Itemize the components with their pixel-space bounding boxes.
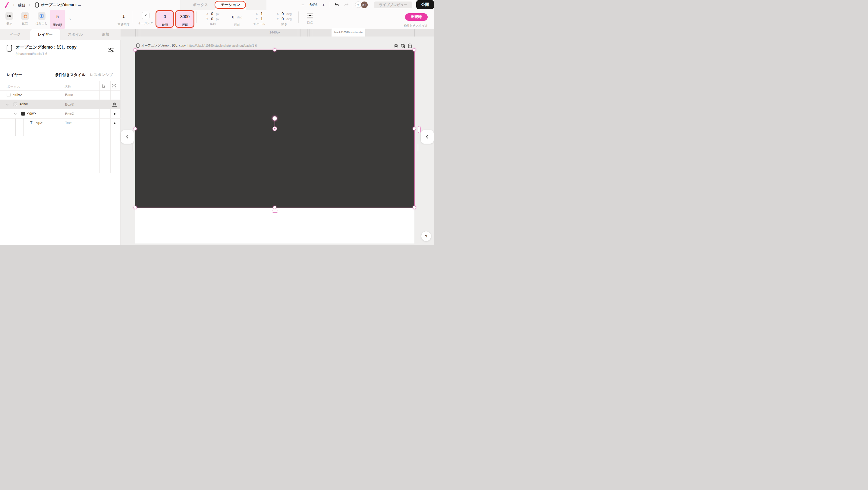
section-responsive[interactable]: レスポンシブ — [90, 73, 113, 78]
resize-handle-top-center[interactable] — [273, 48, 276, 52]
list-bottom-border — [0, 173, 121, 173]
move-y-value[interactable]: 0 — [211, 17, 213, 21]
layer-name[interactable]: Box① — [65, 102, 74, 107]
tab-box-mode[interactable]: ボックス — [186, 0, 215, 10]
applied-style-dot — [114, 122, 116, 124]
resize-handle-top-right[interactable] — [412, 48, 416, 52]
skew-x-value[interactable]: 0 — [281, 11, 284, 16]
appear-motion-icon[interactable] — [112, 103, 117, 107]
z-order-cell[interactable]: 5 重ね順 — [50, 10, 65, 29]
on-appear-button[interactable]: 出現時 — [405, 13, 428, 21]
layer-row-box2[interactable]: <div> Box② — [0, 109, 121, 119]
easing-curve-icon[interactable] — [142, 12, 150, 19]
artboard-page-label[interactable]: オープニングdemo：試し copy https://black410590.s… — [136, 43, 257, 48]
origin-grid-icon[interactable] — [307, 13, 313, 19]
opacity-group[interactable]: 1 不透明度 — [116, 10, 131, 29]
expand-right-panel-button[interactable] — [421, 130, 434, 144]
canvas-area[interactable]: 1440px black410590.studio.site オープニングdem… — [121, 29, 434, 245]
delay-cell[interactable]: 3000 遅延 — [176, 10, 193, 29]
layer-name[interactable]: Base — [65, 93, 73, 96]
layer-row-text[interactable]: T <p> Text — [0, 119, 121, 128]
tree-indent-line — [16, 119, 16, 136]
move-group[interactable]: X 0 px Y 0 px 移動 — [199, 10, 226, 29]
scale-x-value[interactable]: 1 — [260, 11, 262, 16]
layout-group[interactable]: 配置 — [19, 10, 31, 29]
resize-handle-mid-left[interactable] — [133, 127, 137, 131]
layer-row-box1[interactable]: <div> Box① — [0, 100, 121, 109]
chevron-down-icon[interactable] — [13, 112, 17, 116]
breadcrumb-doc-title[interactable]: オープニングdemo：... — [41, 2, 81, 7]
help-button[interactable]: ? — [421, 231, 431, 241]
layout-icon[interactable] — [21, 12, 29, 20]
zoom-out-button[interactable]: − — [301, 2, 304, 7]
toolbar-more-chevron[interactable]: › — [69, 16, 71, 22]
avatar[interactable]: 海斗 — [361, 1, 368, 8]
right-spacing-handle[interactable] — [418, 126, 421, 133]
layer-row-base[interactable]: <div> Base — [0, 90, 121, 100]
breadcrumb-project[interactable]: 練習 — [18, 3, 25, 8]
undo-icon[interactable] — [334, 2, 340, 7]
redo-icon[interactable] — [344, 2, 350, 7]
overflow-icon[interactable] — [38, 12, 45, 20]
zoom-level[interactable]: 64% — [310, 2, 317, 7]
scale-group[interactable]: X 1 Y 1 スケール — [250, 10, 269, 29]
spacing-handle[interactable] — [272, 210, 278, 213]
section-conditional-style[interactable]: 条件付きスタイル — [55, 73, 85, 78]
cursor-column-icon[interactable] — [102, 84, 106, 88]
resize-handle-mid-right[interactable] — [412, 127, 416, 131]
scale-y-value[interactable]: 1 — [260, 17, 262, 21]
move-y-unit: px — [216, 17, 219, 21]
collapse-left-panel-button[interactable] — [121, 130, 134, 144]
layer-name[interactable]: Text — [65, 121, 71, 125]
add-page-icon[interactable] — [407, 44, 412, 48]
easing-group[interactable]: イージング — [137, 10, 154, 29]
overflow-group[interactable]: はみ出し — [34, 10, 49, 29]
live-preview-button[interactable]: ライブプレビュー — [374, 1, 412, 8]
delay-value[interactable]: 3000 — [180, 14, 190, 20]
page-path[interactable]: /phaseinout/basic/1-6 — [16, 52, 47, 56]
opacity-value[interactable]: 1 — [122, 14, 125, 20]
rotate-group[interactable]: 0 deg 回転 — [228, 10, 247, 29]
width-ruler[interactable]: 1440px black410590.studio.site — [121, 29, 434, 36]
resize-handle-bottom-left[interactable] — [133, 206, 137, 209]
time-cell[interactable]: 0 時間 — [157, 10, 173, 29]
time-value[interactable]: 0 — [164, 14, 166, 20]
delete-page-icon[interactable] — [394, 44, 398, 48]
origin-control-anchor[interactable] — [273, 126, 277, 131]
layer-name[interactable]: Box② — [65, 112, 74, 116]
visibility-group[interactable]: 表示 — [3, 10, 16, 29]
z-order-value[interactable]: 5 — [56, 14, 59, 20]
publish-button[interactable]: 公開 — [416, 0, 434, 9]
site-domain-tab[interactable]: black410590.studio.site — [332, 28, 365, 36]
add-member-button[interactable]: + — [355, 1, 361, 8]
left-scrollbar[interactable] — [133, 144, 133, 151]
tab-pages[interactable]: ページ — [0, 29, 30, 40]
studio-logo-icon[interactable] — [4, 1, 10, 8]
appear-column-icon[interactable] — [112, 84, 117, 88]
section-layers[interactable]: レイヤー — [7, 73, 22, 78]
artboard-title[interactable]: オープニングdemo：試し copy — [141, 44, 186, 48]
artboard-url[interactable]: https://black410590.studio.site/phaseino… — [187, 44, 257, 47]
page-title[interactable]: オープニングdemo：試し copy — [16, 45, 76, 50]
resize-handle-top-left[interactable] — [133, 48, 137, 52]
chevron-down-icon[interactable] — [6, 103, 9, 106]
skew-y-value[interactable]: 0 — [281, 17, 284, 21]
zoom-in-button[interactable]: + — [322, 2, 325, 7]
duplicate-page-icon[interactable] — [401, 44, 405, 48]
resize-handle-bottom-right[interactable] — [412, 206, 416, 209]
tab-motion-mode[interactable]: モーション — [215, 0, 246, 10]
eye-icon[interactable] — [5, 12, 13, 20]
scale-label: スケール — [253, 22, 266, 26]
origin-control-handle[interactable] — [273, 116, 277, 121]
resize-handle-bottom-center[interactable] — [273, 206, 276, 209]
move-x-value[interactable]: 0 — [211, 11, 213, 16]
rotate-value[interactable]: 0 — [232, 15, 234, 19]
origin-group[interactable]: 原点 — [302, 10, 318, 29]
right-scrollbar[interactable] — [418, 144, 418, 151]
tab-styles[interactable]: スタイル — [60, 29, 90, 40]
skew-group[interactable]: X 0 deg Y 0 deg 傾き — [271, 10, 297, 29]
tab-add[interactable]: 追加 — [90, 29, 121, 40]
tab-layers[interactable]: レイヤー — [30, 29, 60, 40]
page-next-section[interactable] — [135, 208, 414, 243]
tune-icon[interactable] — [107, 47, 114, 53]
